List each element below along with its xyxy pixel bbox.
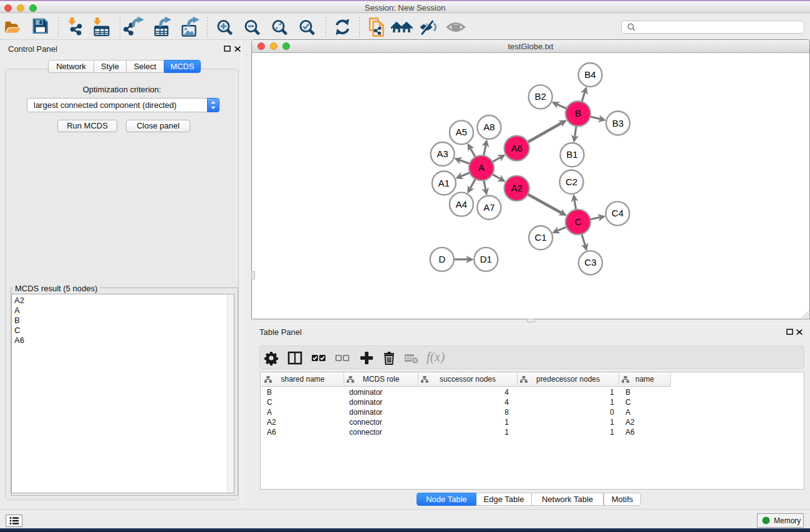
- svg-text:D: D: [438, 254, 445, 264]
- svg-text:C2: C2: [566, 177, 577, 187]
- svg-text:A8: A8: [483, 122, 494, 132]
- svg-text:A6: A6: [511, 143, 523, 153]
- svg-text:B2: B2: [535, 91, 546, 102]
- svg-text:B: B: [575, 108, 581, 118]
- svg-text:A: A: [478, 162, 485, 173]
- svg-text:A1: A1: [438, 178, 450, 188]
- svg-text:A4: A4: [456, 199, 467, 210]
- svg-text:C4: C4: [612, 208, 624, 218]
- svg-text:A2: A2: [511, 183, 523, 193]
- svg-text:A3: A3: [437, 148, 448, 159]
- svg-text:A7: A7: [483, 202, 494, 213]
- svg-text:D1: D1: [480, 254, 492, 264]
- svg-text:C: C: [575, 216, 582, 227]
- svg-text:B3: B3: [612, 118, 624, 128]
- svg-text:B4: B4: [584, 69, 595, 80]
- svg-text:C1: C1: [535, 232, 547, 243]
- svg-text:A5: A5: [456, 127, 467, 137]
- svg-text:C3: C3: [584, 257, 596, 268]
- svg-text:B1: B1: [566, 149, 577, 160]
